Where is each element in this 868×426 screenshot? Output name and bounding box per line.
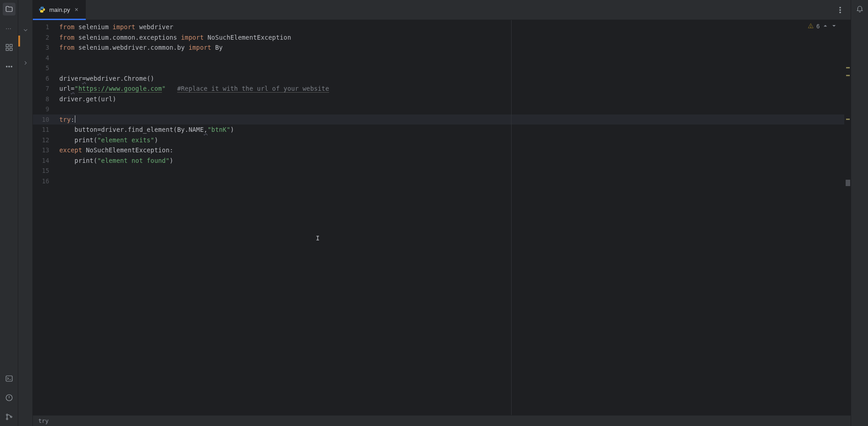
svg-point-13 [43, 11, 43, 12]
folder-icon[interactable] [3, 3, 16, 16]
svg-point-6 [11, 66, 12, 67]
svg-rect-7 [6, 376, 12, 381]
inspection-widget[interactable]: 6 [808, 23, 837, 30]
tab-title: main.py [49, 6, 70, 13]
warning-marker[interactable] [846, 119, 850, 120]
editor-tabbar: main.py × [33, 0, 851, 20]
error-stripe-rail[interactable] [844, 20, 851, 415]
python-file-icon [38, 6, 46, 13]
code-content[interactable]: from selenium import webdriverfrom selen… [54, 20, 844, 415]
project-collapse-down-icon[interactable] [20, 25, 31, 36]
warning-marker[interactable] [846, 67, 850, 68]
inspection-next-icon[interactable] [831, 23, 837, 30]
svg-point-12 [41, 7, 41, 8]
svg-point-5 [8, 66, 9, 67]
breadcrumb-segment[interactable]: try [38, 417, 49, 424]
warning-marker[interactable] [846, 75, 850, 76]
editor-more-actions-icon[interactable] [835, 5, 845, 15]
activity-bar: ⋯ [0, 0, 18, 426]
problems-icon[interactable] [3, 391, 16, 404]
svg-rect-1 [10, 44, 12, 47]
svg-rect-2 [6, 48, 8, 51]
svg-point-10 [6, 418, 7, 420]
structure-icon[interactable] [3, 41, 16, 54]
tab-main-py[interactable]: main.py × [33, 0, 86, 20]
line-number-gutter[interactable]: 12345678910111213141516 [33, 20, 54, 415]
warning-icon [808, 23, 814, 30]
terminal-icon[interactable] [3, 372, 16, 385]
svg-rect-0 [6, 44, 8, 47]
tool-window-drag-icon[interactable]: ⋯ [6, 22, 11, 35]
breadcrumb-bar[interactable]: try [33, 415, 851, 426]
editor-area: 6 I 12345678910111213141516 from seleniu… [33, 20, 851, 426]
svg-point-4 [6, 66, 7, 67]
active-file-marker [18, 36, 20, 47]
svg-point-15 [840, 9, 841, 10]
git-icon[interactable] [3, 410, 16, 423]
editor-scroll[interactable]: 6 I 12345678910111213141516 from seleniu… [33, 20, 851, 415]
editor-main: main.py × 6 [33, 0, 851, 426]
caret-position-marker[interactable] [846, 180, 850, 186]
svg-rect-3 [10, 48, 12, 51]
notifications-rail [851, 0, 868, 426]
svg-point-16 [840, 12, 841, 13]
inspection-prev-icon[interactable] [822, 23, 828, 30]
more-icon[interactable] [3, 60, 16, 73]
close-icon[interactable]: × [74, 5, 79, 14]
project-expand-right-icon[interactable] [20, 57, 31, 68]
project-tool-strip [18, 0, 33, 426]
warning-count: 6 [816, 23, 820, 30]
notifications-icon[interactable] [856, 5, 864, 14]
svg-point-17 [810, 27, 811, 27]
svg-point-9 [6, 414, 7, 416]
svg-point-14 [840, 7, 841, 8]
